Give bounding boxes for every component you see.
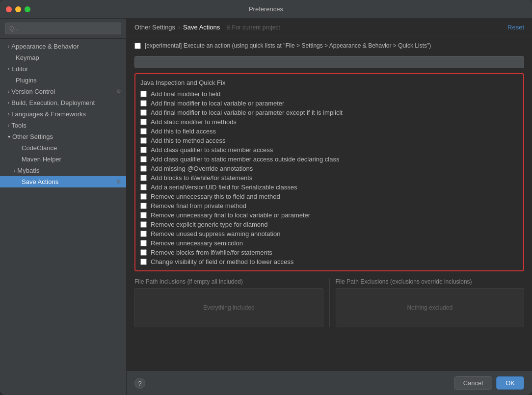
sidebar-item-label: Keymap bbox=[16, 54, 39, 61]
sidebar-item-label: Mybatis bbox=[17, 167, 39, 174]
maximize-button[interactable] bbox=[25, 6, 30, 12]
action-dropdown[interactable] bbox=[134, 56, 524, 68]
search-input[interactable] bbox=[5, 23, 121, 34]
inspection-checkbox-18[interactable] bbox=[140, 259, 147, 265]
inspection-item-label: Remove unused suppress warning annotatio… bbox=[151, 230, 281, 237]
gear-icon: ⚙ bbox=[116, 179, 121, 185]
inspection-checkbox-9[interactable] bbox=[140, 175, 147, 181]
inspection-item[interactable]: Add blocks to if/while/for statements bbox=[140, 174, 518, 182]
inspection-item[interactable]: Remove blocks from if/while/for statemen… bbox=[140, 249, 518, 256]
inspection-item[interactable]: Add final modifier to field bbox=[140, 90, 518, 98]
sidebar: ›Appearance & BehaviorKeymap›EditorPlugi… bbox=[0, 19, 127, 395]
inspection-item-label: Add this to field access bbox=[151, 128, 216, 135]
inspection-checkbox-0[interactable] bbox=[140, 91, 147, 97]
inspection-checkbox-4[interactable] bbox=[140, 128, 147, 134]
sidebar-item-other-settings[interactable]: ▾Other Settings bbox=[0, 131, 126, 142]
inspection-item[interactable]: Remove unnecessary semicolon bbox=[140, 239, 518, 247]
sidebar-item-plugins[interactable]: Plugins bbox=[0, 75, 126, 86]
inspection-item[interactable]: Add class qualifier to static member acc… bbox=[140, 156, 518, 163]
help-button[interactable]: ? bbox=[134, 378, 145, 389]
inspection-item[interactable]: Add class qualifier to static member acc… bbox=[140, 146, 518, 154]
inspection-checkbox-list: Add final modifier to fieldAdd final mod… bbox=[140, 90, 518, 265]
sidebar-item-label: Plugins bbox=[16, 77, 37, 84]
inspection-item[interactable]: Change visibility of field or method to … bbox=[140, 258, 518, 265]
sidebar-item-label: Other Settings bbox=[12, 133, 53, 140]
inspection-checkbox-11[interactable] bbox=[140, 193, 147, 200]
sidebar-item-build[interactable]: ›Build, Execution, Deployment bbox=[0, 97, 126, 108]
breadcrumb-separator: › bbox=[178, 24, 180, 31]
window-title: Preferences bbox=[249, 5, 283, 13]
bottom-bar: ? Cancel OK bbox=[127, 370, 532, 395]
inspection-checkbox-6[interactable] bbox=[140, 147, 147, 153]
inspection-checkbox-10[interactable] bbox=[140, 184, 147, 190]
titlebar: Preferences bbox=[0, 0, 532, 19]
sidebar-item-label: Version Control bbox=[11, 88, 55, 95]
inspection-item[interactable]: Remove unnecessary final to local variab… bbox=[140, 211, 518, 219]
breadcrumb-current: Save Actions bbox=[183, 24, 220, 31]
cancel-button[interactable]: Cancel bbox=[454, 376, 492, 390]
inspection-item[interactable]: Add this to field access bbox=[140, 128, 518, 135]
inspection-item[interactable]: Add a serialVersionUID field for Seriali… bbox=[140, 184, 518, 191]
sidebar-item-save-actions[interactable]: Save Actions⚙ bbox=[0, 176, 126, 187]
inspection-checkbox-16[interactable] bbox=[140, 240, 147, 246]
inspection-item-label: Add class qualifier to static member acc… bbox=[151, 146, 273, 154]
inspection-checkbox-3[interactable] bbox=[140, 119, 147, 125]
inspection-checkbox-13[interactable] bbox=[140, 212, 147, 218]
sidebar-item-label: Build, Execution, Deployment bbox=[11, 99, 95, 106]
sidebar-item-label: Save Actions bbox=[22, 178, 58, 185]
inspection-checkbox-17[interactable] bbox=[140, 249, 147, 256]
panel-content: [experimental] Execute an action (using … bbox=[127, 36, 532, 370]
inspection-item[interactable]: Add static modifier to methods bbox=[140, 118, 518, 126]
inspection-checkbox-2[interactable] bbox=[140, 109, 147, 116]
sidebar-item-tools[interactable]: ›Tools bbox=[0, 120, 126, 131]
sidebar-item-keymap[interactable]: Keymap bbox=[0, 52, 126, 63]
traffic-lights bbox=[6, 6, 30, 12]
inspection-checkbox-14[interactable] bbox=[140, 221, 147, 228]
sidebar-item-editor[interactable]: ›Editor bbox=[0, 63, 126, 75]
close-button[interactable] bbox=[6, 6, 12, 12]
chevron-icon: › bbox=[8, 111, 9, 117]
inspection-item[interactable]: Add missing @Override annotations bbox=[140, 165, 518, 172]
inspection-item[interactable]: Add final modifier to local variable or … bbox=[140, 100, 518, 107]
inspection-checkbox-1[interactable] bbox=[140, 100, 147, 106]
inspection-item-label: Add final modifier to local variable or … bbox=[151, 100, 284, 107]
dropdown-row bbox=[134, 56, 524, 68]
preferences-window: Preferences ›Appearance & BehaviorKeymap… bbox=[0, 0, 532, 395]
inspection-checkbox-8[interactable] bbox=[140, 165, 147, 172]
inspection-item-label: Add static modifier to methods bbox=[151, 118, 237, 126]
sidebar-item-maven-helper[interactable]: Maven Helper bbox=[0, 154, 126, 165]
experimental-row: [experimental] Execute an action (using … bbox=[134, 42, 524, 49]
inspection-item-label: Add a serialVersionUID field for Seriali… bbox=[151, 184, 297, 191]
inspection-item-label: Add class qualifier to static member acc… bbox=[151, 156, 339, 163]
sidebar-item-appearance[interactable]: ›Appearance & Behavior bbox=[0, 41, 126, 52]
experimental-checkbox[interactable] bbox=[134, 43, 141, 49]
main-panel: Other Settings › Save Actions For curren… bbox=[127, 19, 532, 395]
filepath-exclusions-col: File Path Exclusions (exclusions overrid… bbox=[329, 278, 525, 327]
inspection-checkbox-15[interactable] bbox=[140, 231, 147, 237]
sidebar-item-languages[interactable]: ›Languages & Frameworks bbox=[0, 108, 126, 120]
inspection-item-label: Remove blocks from if/while/for statemen… bbox=[151, 249, 272, 256]
inspection-checkbox-5[interactable] bbox=[140, 137, 147, 144]
sidebar-item-label: Editor bbox=[11, 65, 28, 73]
inspection-checkbox-12[interactable] bbox=[140, 203, 147, 209]
reset-button[interactable]: Reset bbox=[507, 24, 524, 31]
chevron-icon: › bbox=[8, 44, 9, 49]
inspection-item[interactable]: Add this to method access bbox=[140, 137, 518, 144]
sidebar-item-codeglance[interactable]: CodeGlance bbox=[0, 142, 126, 154]
sidebar-item-label: Tools bbox=[11, 122, 26, 129]
inspection-item[interactable]: Remove unnecessary this to field and met… bbox=[140, 193, 518, 200]
inspection-checkbox-7[interactable] bbox=[140, 156, 147, 162]
inspection-item[interactable]: Remove explicit generic type for diamond bbox=[140, 221, 518, 228]
sidebar-item-version-control[interactable]: ›Version Control⚙ bbox=[0, 86, 126, 97]
minimize-button[interactable] bbox=[15, 6, 21, 12]
ok-button[interactable]: OK bbox=[496, 376, 524, 390]
sidebar-item-label: Languages & Frameworks bbox=[11, 110, 86, 118]
chevron-icon: ▾ bbox=[8, 134, 10, 139]
sidebar-nav: ›Appearance & BehaviorKeymap›EditorPlugi… bbox=[0, 39, 126, 395]
chevron-icon: › bbox=[8, 66, 9, 72]
inspection-item-label: Remove unnecessary final to local variab… bbox=[151, 211, 310, 219]
sidebar-item-mybatis[interactable]: ›Mybatis bbox=[0, 165, 126, 176]
inspection-item[interactable]: Add final modifier to local variable or … bbox=[140, 109, 518, 116]
inspection-item[interactable]: Remove unused suppress warning annotatio… bbox=[140, 230, 518, 237]
inspection-item[interactable]: Remove final from private method bbox=[140, 202, 518, 210]
